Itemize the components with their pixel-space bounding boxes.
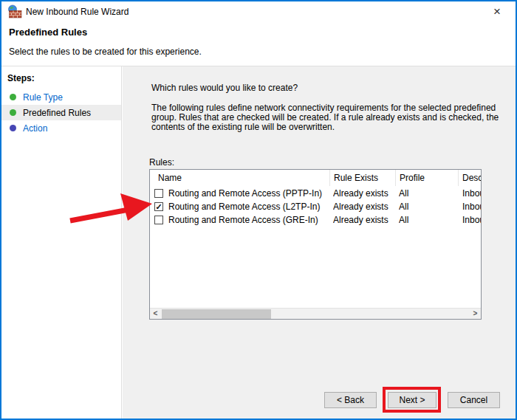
wizard-content: Which rules would you like to create? Th… [123,66,516,419]
sidebar-item-label: Rule Type [23,92,63,103]
rule-name: Routing and Remote Access (PPTP-In) [168,187,327,200]
scroll-right-icon[interactable]: > [470,309,481,319]
checkbox-checked[interactable]: ✓ [154,202,163,211]
checkbox[interactable] [154,189,163,198]
description-text: The following rules define network conne… [151,103,500,132]
horizontal-scrollbar[interactable]: < > [150,308,481,319]
column-header-profile[interactable]: Profile [396,170,459,186]
profile-value: All [399,213,458,227]
question-text: Which rules would you like to create? [151,83,298,93]
description-value: Inbou [462,187,481,200]
column-header-name[interactable]: Name [150,170,330,186]
step-bullet-icon [10,125,16,131]
profile-value: All [399,187,458,200]
table-row[interactable]: Routing and Remote Access (PPTP-In) Alre… [150,187,481,200]
sidebar-item-predefined-rules[interactable]: Predefined Rules [1,105,121,120]
description-value: Inbou [462,200,481,213]
rule-name: Routing and Remote Access (GRE-In) [168,213,327,227]
sidebar-item-rule-type[interactable]: Rule Type [1,89,121,105]
close-icon[interactable]: × [489,3,505,21]
page-subtitle: Select the rules to be created for this … [9,47,202,57]
rule-name: Routing and Remote Access (L2TP-In) [168,200,327,213]
rule-exists-value: Already exists [333,187,396,200]
rule-exists-value: Already exists [333,213,396,227]
page-title: Predefined Rules [9,27,87,38]
step-bullet-icon [10,109,16,116]
scroll-left-icon[interactable]: < [150,309,161,319]
title-bar: New Inbound Rule Wizard × [1,1,516,22]
rule-exists-value: Already exists [333,200,396,213]
scrollbar-thumb[interactable] [162,309,271,319]
description-value: Inbou [462,213,481,227]
back-button[interactable]: < Back [324,392,377,408]
sidebar-item-label: Action [23,123,47,134]
steps-sidebar: Steps: Rule Type Predefined Rules Action [1,66,122,419]
rules-table: Name Rule Exists Profile Desc Routing an… [149,169,482,320]
sidebar-item-action[interactable]: Action [1,120,121,136]
checkbox[interactable] [154,216,163,224]
profile-value: All [399,200,458,213]
cancel-button[interactable]: Cancel [448,392,500,408]
firewall-icon [7,4,22,19]
step-bullet-icon [10,94,16,100]
next-button[interactable]: Next > [388,392,436,408]
sidebar-item-label: Predefined Rules [23,108,91,118]
column-header-desc[interactable]: Desc [459,170,481,186]
table-row[interactable]: ✓ Routing and Remote Access (L2TP-In) Al… [150,200,481,213]
table-header: Name Rule Exists Profile Desc [150,170,481,186]
wizard-header: Predefined Rules Select the rules to be … [1,22,516,66]
column-header-rule-exists[interactable]: Rule Exists [330,170,396,186]
rules-label: Rules: [149,157,174,168]
steps-heading: Steps: [7,73,35,83]
wizard-window: New Inbound Rule Wizard × Predefined Rul… [0,0,517,420]
steps-list: Rule Type Predefined Rules Action [1,89,121,136]
window-title: New Inbound Rule Wizard [26,1,129,22]
table-row[interactable]: Routing and Remote Access (GRE-In) Alrea… [150,213,481,227]
